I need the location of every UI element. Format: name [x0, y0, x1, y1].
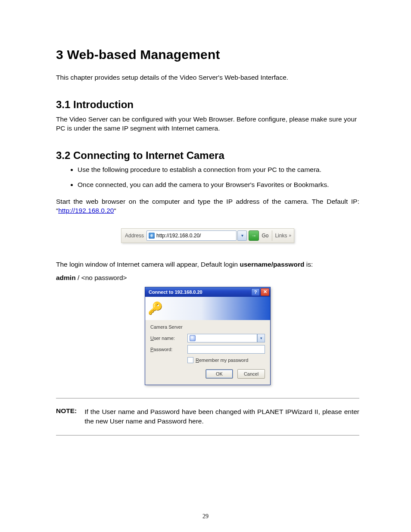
username-label: User name:: [150, 336, 187, 341]
keys-icon: 🔑: [149, 302, 162, 315]
login-text-pre: The login window of Internet camera will…: [56, 261, 240, 268]
login-dialog-figure: Connect to 192.168.0.20 ? ✕ 🔑 Camera Ser…: [56, 287, 359, 385]
paragraph-login-intro: The login window of Internet camera will…: [56, 260, 359, 269]
default-ip-link[interactable]: http://192.168.0.20: [58, 207, 114, 214]
dialog-banner: 🔑: [145, 297, 270, 320]
bullet-list: Use the following procedure to establish…: [56, 165, 359, 190]
note-text: If the User name and Password have been …: [84, 407, 359, 426]
toolbar-divider: [272, 230, 272, 241]
close-icon: ✕: [263, 289, 267, 295]
dialog-buttons: OK Cancel: [150, 369, 265, 379]
ie-icon: e: [149, 233, 155, 239]
close-button[interactable]: ✕: [261, 288, 269, 296]
heading-3-2: 3.2 Connecting to Internet Camera: [56, 149, 359, 162]
server-name: Camera Server: [150, 324, 265, 330]
paragraph-start-browser: Start the web browser on the computer an…: [56, 197, 359, 215]
dialog-body: Camera Server User name: ▾ Password: Rem…: [145, 320, 270, 385]
paragraph-3-1: The Video Server can be configured with …: [56, 115, 359, 133]
cancel-button[interactable]: Cancel: [237, 369, 265, 379]
paragraph-credentials: admin / <no password>: [56, 274, 359, 283]
chevron-down-icon: ▾: [260, 336, 262, 340]
address-label: Address: [121, 233, 146, 239]
document-page: 3 Web-based Management This chapter prov…: [0, 0, 411, 532]
divider-top: [56, 398, 359, 398]
divider-bottom: [56, 435, 359, 436]
cred-sep: / <no password>: [76, 274, 127, 281]
address-url-text: http://192.168.0.20/: [156, 233, 201, 239]
username-row: User name: ▾: [150, 334, 265, 342]
note-block: NOTE: If the User name and Password have…: [56, 407, 359, 426]
login-text-bold: username/password: [240, 261, 305, 268]
paragraph-intro: This chapter provides setup details of t…: [56, 73, 359, 82]
text-start-post: “: [114, 207, 116, 214]
heading-chapter: 3 Web-based Management: [56, 47, 359, 62]
dialog-title: Connect to 192.168.0.20: [149, 289, 250, 295]
login-dialog: Connect to 192.168.0.20 ? ✕ 🔑 Camera Ser…: [145, 287, 271, 385]
ok-button[interactable]: OK: [206, 369, 233, 379]
heading-3-1: 3.1 Introduction: [56, 99, 359, 111]
chevron-right-icon: »: [289, 233, 294, 238]
remember-label: Remember my password: [196, 358, 248, 363]
dialog-titlebar: Connect to 192.168.0.20 ? ✕: [145, 287, 270, 297]
password-label: Password:: [150, 347, 187, 352]
username-dropdown-button[interactable]: ▾: [257, 334, 265, 342]
address-dropdown-button[interactable]: ▾: [237, 230, 247, 241]
address-input[interactable]: e http://192.168.0.20/: [146, 230, 237, 241]
go-label: Go: [259, 233, 271, 239]
password-row: Password:: [150, 345, 265, 354]
help-icon: ?: [254, 289, 257, 295]
links-label[interactable]: Links: [273, 233, 289, 239]
help-button[interactable]: ?: [251, 288, 260, 296]
chevron-down-icon: ▾: [241, 233, 243, 238]
username-field[interactable]: [187, 334, 257, 342]
password-field[interactable]: [187, 345, 265, 354]
arrow-right-icon: →: [251, 233, 256, 239]
bullet-2: Once connected, you can add the camera t…: [78, 180, 359, 190]
cred-admin: admin: [56, 274, 76, 281]
address-bar: Address e http://192.168.0.20/ ▾ → Go Li…: [121, 228, 294, 243]
note-label: NOTE:: [56, 407, 77, 426]
login-text-post: is:: [304, 261, 313, 268]
page-number: 29: [0, 513, 411, 520]
remember-checkbox[interactable]: [187, 357, 193, 363]
person-icon: [190, 335, 196, 341]
remember-row: Remember my password: [187, 357, 265, 363]
go-button[interactable]: →: [249, 230, 259, 241]
bullet-1: Use the following procedure to establish…: [78, 165, 359, 174]
address-bar-figure: Address e http://192.168.0.20/ ▾ → Go Li…: [56, 228, 359, 243]
